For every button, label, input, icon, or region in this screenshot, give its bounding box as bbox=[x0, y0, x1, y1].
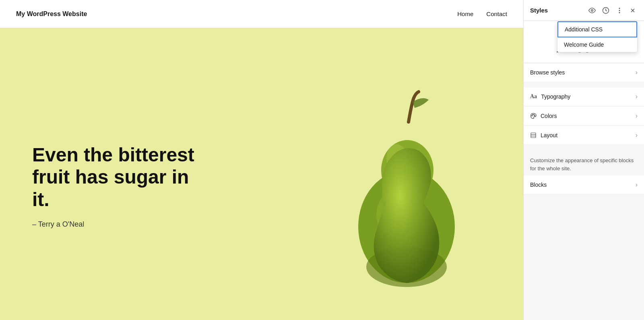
nav-home[interactable]: Home bbox=[457, 10, 473, 17]
svg-point-19 bbox=[591, 9, 593, 11]
more-icon bbox=[616, 7, 623, 14]
hero-heading: Even the bitterest fruit has sugar in it… bbox=[32, 144, 201, 211]
colors-row[interactable]: Colors › bbox=[524, 107, 644, 126]
panel-body: Browse styles › Aa Typography › bbox=[524, 63, 644, 320]
site-nav: Home Contact bbox=[457, 10, 507, 17]
description-text: Customize the appearance of specific blo… bbox=[530, 157, 634, 171]
svg-point-21 bbox=[619, 8, 620, 9]
nav-contact[interactable]: Contact bbox=[486, 10, 507, 17]
dropdown-menu: Additional CSS Welcome Guide bbox=[557, 21, 638, 52]
blocks-section: Blocks › bbox=[524, 175, 644, 194]
close-icon bbox=[630, 7, 636, 14]
layout-label: Layout bbox=[541, 132, 557, 138]
blocks-chevron: › bbox=[636, 181, 638, 188]
preview-icon-button[interactable] bbox=[587, 5, 597, 16]
hero-attribution: – Terry a O'Neal bbox=[32, 220, 201, 229]
svg-rect-30 bbox=[531, 133, 536, 138]
svg-point-27 bbox=[532, 114, 533, 115]
svg-point-28 bbox=[534, 114, 535, 115]
hero-text: Even the bitterest fruit has sugar in it… bbox=[32, 144, 201, 229]
browse-styles-left: Browse styles bbox=[530, 69, 565, 76]
typography-left: Aa Typography bbox=[530, 93, 570, 100]
svg-point-29 bbox=[535, 116, 535, 116]
history-icon bbox=[602, 7, 609, 14]
styles-panel: Styles bbox=[523, 0, 644, 320]
site-title: My WordPress Website bbox=[16, 10, 87, 18]
preview-area: My WordPress Website Home Contact Even t… bbox=[0, 0, 523, 320]
colors-icon bbox=[530, 113, 537, 119]
section-gap-2 bbox=[524, 145, 644, 150]
svg-point-22 bbox=[619, 10, 620, 11]
blocks-label: Blocks bbox=[530, 182, 547, 188]
svg-point-23 bbox=[619, 12, 620, 13]
blocks-row[interactable]: Blocks › bbox=[524, 175, 644, 194]
colors-left: Colors bbox=[530, 113, 557, 119]
pear-illustration bbox=[334, 90, 479, 307]
svg-point-26 bbox=[531, 116, 532, 116]
browse-styles-row[interactable]: Browse styles › bbox=[524, 63, 644, 82]
additional-css-option[interactable]: Additional CSS bbox=[557, 21, 637, 37]
hero-section: Even the bitterest fruit has sugar in it… bbox=[0, 28, 523, 320]
hero-image bbox=[322, 66, 491, 307]
typography-chevron: › bbox=[636, 93, 638, 100]
layout-left: Layout bbox=[530, 132, 557, 138]
layout-icon bbox=[530, 132, 537, 138]
panel-header-icons bbox=[587, 5, 638, 16]
browse-styles-chevron: › bbox=[636, 69, 638, 76]
colors-label: Colors bbox=[541, 113, 557, 119]
history-icon-button[interactable] bbox=[601, 5, 611, 16]
panel-title: Styles bbox=[530, 7, 548, 14]
layout-chevron: › bbox=[636, 132, 638, 139]
browse-styles-label: Browse styles bbox=[530, 69, 565, 76]
eye-icon bbox=[588, 7, 596, 14]
panel-header: Styles bbox=[524, 0, 644, 21]
section-gap-1 bbox=[524, 83, 644, 87]
typography-label: Typography bbox=[541, 93, 570, 100]
blocks-left: Blocks bbox=[530, 182, 547, 188]
more-options-button[interactable] bbox=[614, 5, 625, 16]
welcome-guide-option[interactable]: Welcome Guide bbox=[557, 37, 637, 52]
close-button[interactable] bbox=[628, 6, 638, 15]
typography-row[interactable]: Aa Typography › bbox=[524, 87, 644, 106]
typography-icon: Aa bbox=[530, 93, 537, 100]
panel-description: Customize the appearance of specific blo… bbox=[524, 150, 644, 175]
site-header: My WordPress Website Home Contact bbox=[0, 0, 523, 28]
layout-row[interactable]: Layout › bbox=[524, 126, 644, 145]
colors-chevron: › bbox=[636, 112, 638, 120]
